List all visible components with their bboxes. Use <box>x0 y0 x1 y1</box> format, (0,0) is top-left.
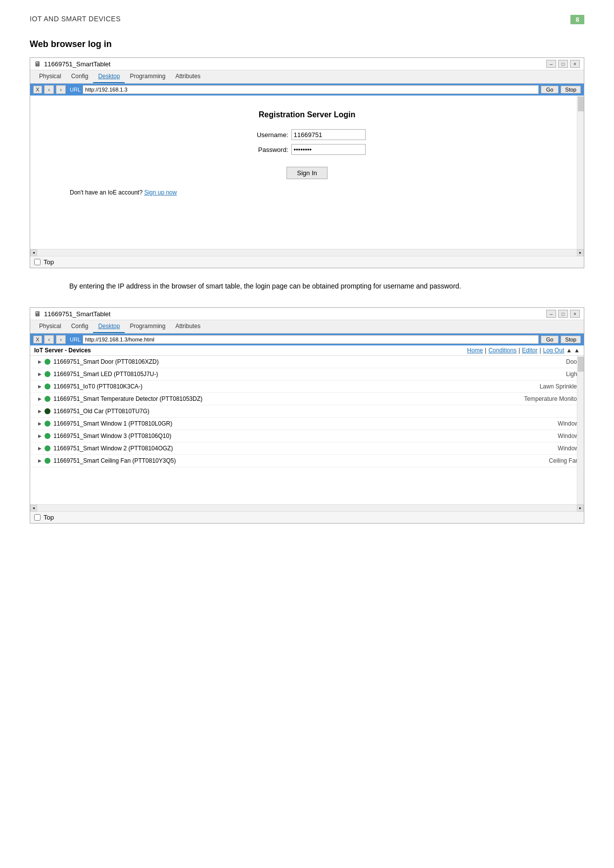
status-dot-6 <box>45 433 50 439</box>
tab-attributes-2[interactable]: Attributes <box>170 320 205 333</box>
window2-icon: 🖥 <box>34 310 41 318</box>
device-row-6[interactable]: ▶ 11669751_Smart Window 3 (PTT08106Q10) … <box>30 430 584 442</box>
tab-desktop-2[interactable]: Desktop <box>93 320 125 333</box>
signin-button[interactable]: Sign In <box>286 167 327 179</box>
window2-scroll-left[interactable]: ◂ <box>30 505 37 512</box>
window1-titlebar: 🖥 11669751_SmartTablet – □ × <box>30 58 584 70</box>
status-dot-8 <box>45 458 50 464</box>
expand-arrow-6[interactable]: ▶ <box>38 434 42 438</box>
window1-hscroll[interactable]: ◂ ▸ <box>30 249 584 256</box>
window1-close[interactable]: × <box>570 60 580 68</box>
status-dot-4 <box>45 408 50 414</box>
expand-arrow-2[interactable]: ▶ <box>38 384 42 389</box>
nav-home[interactable]: Home <box>467 347 483 354</box>
device-row-0[interactable]: ▶ 11669751_Smart Door (PTT08106XZD) Door <box>30 356 584 368</box>
device-list-nav: Home | Conditions | Editor | Log Out ▲ ▲ <box>467 347 580 354</box>
window2-title-area: 🖥 11669751_SmartTablet <box>34 310 110 318</box>
nav-up1[interactable]: ▲ <box>566 347 572 354</box>
window1-top-checkbox[interactable] <box>34 259 41 265</box>
device-type-5: Window <box>558 420 579 427</box>
nav-editor[interactable]: Editor <box>522 347 537 354</box>
expand-arrow-5[interactable]: ▶ <box>38 421 42 426</box>
window2-scroll-track <box>37 505 577 511</box>
tab-attributes-1[interactable]: Attributes <box>170 70 205 83</box>
device-row-7[interactable]: ▶ 11669751_Smart Window 2 (PTT08104OGZ) … <box>30 442 584 455</box>
expand-arrow-0[interactable]: ▶ <box>38 359 42 364</box>
tab-programming-1[interactable]: Programming <box>125 70 170 83</box>
device-left-6: ▶ 11669751_Smart Window 3 (PTT08106Q10) <box>38 433 171 439</box>
nav-sep1: | <box>485 347 486 354</box>
browser1-go-btn[interactable]: Go <box>541 86 559 94</box>
browser1-back-btn[interactable]: ‹ <box>44 85 54 94</box>
expand-arrow-8[interactable]: ▶ <box>38 458 42 463</box>
nav-sep3: | <box>539 347 541 354</box>
username-input[interactable] <box>291 129 366 140</box>
password-row: Password: <box>249 144 366 155</box>
window1-minimize[interactable]: – <box>546 60 556 68</box>
device-row-5[interactable]: ▶ 11669751_Smart Window 1 (PTT0810L0GR) … <box>30 418 584 430</box>
browser1-stop-btn[interactable]: Stop <box>561 86 581 94</box>
device-type-7: Window <box>558 445 579 452</box>
window2-close[interactable]: × <box>570 310 580 318</box>
device-row-2[interactable]: ▶ 11669751_IoT0 (PTT0810K3CA-) Lawn Spri… <box>30 381 584 393</box>
window1-scroll-left[interactable]: ◂ <box>30 249 37 256</box>
device-type-2: Lawn Sprinkler <box>540 383 579 390</box>
browser2-go-btn[interactable]: Go <box>541 336 559 343</box>
browser2-stop-btn[interactable]: Stop <box>561 336 581 343</box>
window2-top-checkbox[interactable] <box>34 514 41 521</box>
window1-scroll-right[interactable]: ▸ <box>577 249 584 256</box>
device-left-4: ▶ 11669751_Old Car (PTT0810TU7G) <box>38 408 149 415</box>
device-left-2: ▶ 11669751_IoT0 (PTT0810K3CA-) <box>38 383 142 390</box>
device-row-4[interactable]: ▶ 11669751_Old Car (PTT0810TU7G) <box>30 405 584 418</box>
expand-arrow-3[interactable]: ▶ <box>38 396 42 401</box>
window1-scrollbar[interactable] <box>577 96 584 249</box>
username-row: Username: <box>249 129 366 140</box>
window2-maximize[interactable]: □ <box>558 310 568 318</box>
tab-physical-2[interactable]: Physical <box>34 320 66 333</box>
device-name-0: 11669751_Smart Door (PTT08106XZD) <box>53 358 159 365</box>
status-dot-7 <box>45 445 50 451</box>
window2-content: ▶ 11669751_Smart Door (PTT08106XZD) Door… <box>30 356 584 504</box>
page-number: 8 <box>570 15 584 24</box>
expand-arrow-7[interactable]: ▶ <box>38 446 42 451</box>
browser1-url-label: URL <box>70 87 81 93</box>
device-name-5: 11669751_Smart Window 1 (PTT0810L0GR) <box>53 420 172 427</box>
signup-link[interactable]: Sign up now <box>144 189 177 196</box>
browser2-x-btn[interactable]: X <box>33 336 42 343</box>
tab-physical-1[interactable]: Physical <box>34 70 66 83</box>
page-header: IOT AND SMART DEVICES 8 <box>30 15 584 24</box>
browser1-forward-btn[interactable]: › <box>56 85 66 94</box>
password-input[interactable] <box>291 144 366 155</box>
tab-desktop-1[interactable]: Desktop <box>93 70 125 83</box>
window2-hscroll[interactable]: ◂ ▸ <box>30 504 584 511</box>
nav-up2[interactable]: ▲ <box>574 347 580 354</box>
device-row-3[interactable]: ▶ 11669751_Smart Temperature Detector (P… <box>30 393 584 405</box>
tab-config-2[interactable]: Config <box>66 320 94 333</box>
browser1-url-input[interactable] <box>83 85 539 94</box>
window2-tabbar: Physical Config Desktop Programming Attr… <box>30 320 584 334</box>
window2-scroll-right[interactable]: ▸ <box>577 505 584 512</box>
status-dot-5 <box>45 421 50 427</box>
device-row-8[interactable]: ▶ 11669751_Smart Ceiling Fan (PTT0810Y3Q… <box>30 455 584 467</box>
nav-conditions[interactable]: Conditions <box>488 347 517 354</box>
expand-arrow-1[interactable]: ▶ <box>38 372 42 377</box>
browser1-x-btn[interactable]: X <box>33 86 42 94</box>
browser2-forward-btn[interactable]: › <box>56 335 66 344</box>
device-row-1[interactable]: ▶ 11669751_Smart LED (PTT08105J7U-) Ligh… <box>30 368 584 381</box>
expand-arrow-4[interactable]: ▶ <box>38 409 42 414</box>
browser2-url-input[interactable] <box>83 335 539 344</box>
browser2-back-btn[interactable]: ‹ <box>44 335 54 344</box>
window1-maximize[interactable]: □ <box>558 60 568 68</box>
status-dot-2 <box>45 384 50 389</box>
device-name-6: 11669751_Smart Window 3 (PTT08106Q10) <box>53 433 171 439</box>
nav-logout[interactable]: Log Out <box>543 347 565 354</box>
window2-scrollbar[interactable] <box>577 356 584 504</box>
window2: 🖥 11669751_SmartTablet – □ × Physical Co… <box>30 307 584 524</box>
tab-config-1[interactable]: Config <box>66 70 94 83</box>
window2-browser-bar: X ‹ › URL Go Stop <box>30 334 584 345</box>
device-list-header: IoT Server - Devices Home | Conditions |… <box>30 345 584 356</box>
login-title: Registration Server Login <box>259 110 356 119</box>
tab-programming-2[interactable]: Programming <box>125 320 170 333</box>
window2-minimize[interactable]: – <box>546 310 556 318</box>
username-label: Username: <box>249 131 288 139</box>
